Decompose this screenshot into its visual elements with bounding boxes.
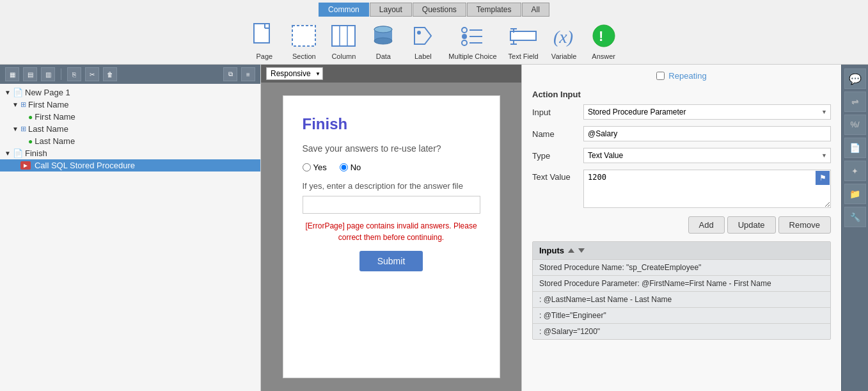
sidebar-btn-percent[interactable]: %/	[844, 115, 866, 135]
type-field-row: Type Text Value Integer Boolean	[532, 148, 831, 163]
toolbar-variable[interactable]: (x) Variable	[550, 22, 578, 60]
tree-label-lastname-field: Last Name	[35, 136, 75, 146]
inputs-item-0[interactable]: Stored Procedure Name: "sp_CreateEmploye…	[533, 260, 830, 276]
toolbar-label[interactable]: Label	[409, 22, 437, 60]
action-buttons: Add Update Remove	[532, 216, 831, 234]
toolbar-page[interactable]: Page	[250, 22, 278, 60]
toolbar-btn-copy[interactable]: ⎘	[67, 67, 81, 81]
sidebar-btn-chat[interactable]: 💬	[844, 68, 866, 89]
inputs-section: Inputs Stored Procedure Name: "sp_Create…	[532, 241, 831, 340]
action-input-title: Action Input	[532, 90, 831, 99]
section-icon	[292, 25, 316, 47]
responsive-select-wrap[interactable]: Responsive	[266, 67, 323, 80]
page-tree-icon: 📄	[13, 88, 23, 97]
toolbar-btn-1[interactable]: ▦	[5, 67, 19, 81]
remove-button[interactable]: Remove	[778, 216, 831, 234]
svg-point-11	[417, 31, 421, 35]
left-toolbar: ▦ ▤ ▥ ⎘ ✂ 🗑 ⧉ ≡	[0, 65, 260, 84]
inputs-move-down[interactable]	[578, 248, 585, 253]
toolbar-btn-2[interactable]: ▤	[23, 67, 37, 81]
svg-rect-18	[510, 31, 536, 40]
tree-item-new-page[interactable]: ▼ 📄 New Page 1	[0, 86, 260, 99]
sidebar-btn-doc[interactable]: 📄	[844, 138, 866, 158]
toolbar-section[interactable]: Section	[290, 22, 318, 60]
add-button[interactable]: Add	[688, 216, 725, 234]
inputs-item-3[interactable]: : @Title="Engineer"	[533, 308, 830, 324]
tree-toggle-firstname[interactable]: ▼	[12, 101, 19, 108]
field-tree-icon-2: ●	[28, 137, 33, 146]
section-tree-icon-2: ⊞	[20, 125, 26, 133]
toolbar-btn-5[interactable]: ⧉	[223, 67, 237, 81]
responsive-select[interactable]: Responsive	[266, 67, 323, 80]
separator-1	[61, 68, 61, 80]
data-icon-box	[369, 22, 397, 50]
text-value-textarea[interactable]: 1200	[583, 170, 831, 208]
inputs-header: Inputs	[533, 242, 830, 260]
radio-no[interactable]: No	[340, 163, 361, 172]
type-select[interactable]: Text Value Integer Boolean	[583, 148, 831, 163]
sidebar-btn-align[interactable]: ⇌	[844, 92, 866, 112]
column-icon	[331, 25, 356, 47]
tree-item-finish-page[interactable]: ▼ 📄 Finish	[0, 147, 260, 159]
toolbar-icons: Page Section Column	[244, 22, 624, 60]
toolbar-column[interactable]: Column	[329, 22, 358, 60]
input-select-wrap[interactable]: Stored Procedure Parameter Static Value …	[583, 104, 831, 120]
radio-yes-input[interactable]	[303, 163, 311, 172]
inputs-item-4[interactable]: : @Salary="1200"	[533, 324, 830, 339]
tab-layout[interactable]: Layout	[370, 3, 412, 17]
toolbar-btn-delete[interactable]: 🗑	[103, 67, 117, 81]
svg-point-16	[462, 40, 467, 45]
svg-rect-0	[254, 24, 269, 43]
radio-yes[interactable]: Yes	[303, 163, 327, 172]
radio-no-input[interactable]	[340, 163, 348, 172]
tree-item-firstname-section[interactable]: ▼ ⊞ First Name	[0, 99, 260, 111]
tree-item-firstname-field[interactable]: ● First Name	[0, 111, 260, 123]
toolbar-btn-3[interactable]: ▥	[41, 67, 55, 81]
toolbar-btn-6[interactable]: ≡	[241, 67, 255, 81]
tab-common[interactable]: Common	[319, 3, 369, 17]
tree-item-call-sql[interactable]: ► Call SQL Stored Procedure	[0, 159, 260, 172]
text-value-icon-btn[interactable]: ⚑	[816, 171, 830, 185]
inputs-title: Inputs	[539, 246, 564, 255]
tree-toggle-page[interactable]: ▼	[4, 89, 11, 96]
name-input[interactable]	[583, 126, 831, 141]
sidebar-btn-sparkle[interactable]: ✦	[844, 161, 866, 181]
tab-templates[interactable]: Templates	[467, 3, 521, 17]
toolbar-btn-cut[interactable]: ✂	[85, 67, 99, 81]
error-message: [ErrorPage] page contains invalid answer…	[303, 220, 480, 243]
tree-item-lastname-section[interactable]: ▼ ⊞ Last Name	[0, 123, 260, 135]
input-select[interactable]: Stored Procedure Parameter Static Value …	[583, 104, 831, 120]
tree-item-lastname-field[interactable]: ● Last Name	[0, 135, 260, 147]
tree-label-firstname-section: First Name	[28, 100, 69, 109]
inputs-item-2[interactable]: : @LastName=Last Name - Last Name	[533, 292, 830, 308]
tab-all[interactable]: All	[522, 3, 549, 17]
textfield-label: Text Field	[509, 52, 539, 60]
action-tree-icon: ►	[20, 161, 31, 170]
sidebar-btn-folder[interactable]: 📁	[844, 184, 866, 204]
tab-questions[interactable]: Questions	[413, 3, 466, 17]
form-preview: Finish Save your answers to re-use later…	[283, 95, 500, 378]
toolbar-text-field[interactable]: Text Field	[509, 22, 539, 60]
toolbar-answer[interactable]: ! Answer	[590, 22, 618, 60]
preview-area: Finish Save your answers to re-use later…	[261, 83, 521, 391]
answer-file-input[interactable]	[303, 196, 480, 214]
inputs-move-up[interactable]	[568, 248, 574, 253]
repeating-label: Repeating	[668, 71, 706, 81]
toolbar-multiple-choice[interactable]: Multiple Choice	[448, 22, 496, 60]
tree-toggle-lastname[interactable]: ▼	[12, 125, 19, 132]
repeating-checkbox[interactable]	[656, 72, 665, 80]
tree-toggle-finish[interactable]: ▼	[4, 150, 11, 157]
tree-area: ▼ 📄 New Page 1 ▼ ⊞ First Name ● First Na…	[0, 84, 260, 391]
update-button[interactable]: Update	[727, 216, 776, 234]
tab-bar: Common Layout Questions Templates All	[319, 3, 549, 17]
section-tree-icon-1: ⊞	[20, 100, 26, 109]
field-tree-icon-1: ●	[28, 113, 33, 122]
textfield-icon-box	[509, 22, 537, 50]
column-label: Column	[331, 52, 356, 60]
sidebar-btn-wrench[interactable]: 🔧	[844, 207, 866, 227]
toolbar-data[interactable]: Data	[369, 22, 397, 60]
type-select-wrap[interactable]: Text Value Integer Boolean	[583, 148, 831, 163]
svg-point-10	[374, 26, 392, 33]
submit-button[interactable]: Submit	[359, 251, 423, 271]
inputs-item-1[interactable]: Stored Procedure Parameter: @FirstName=F…	[533, 276, 830, 292]
